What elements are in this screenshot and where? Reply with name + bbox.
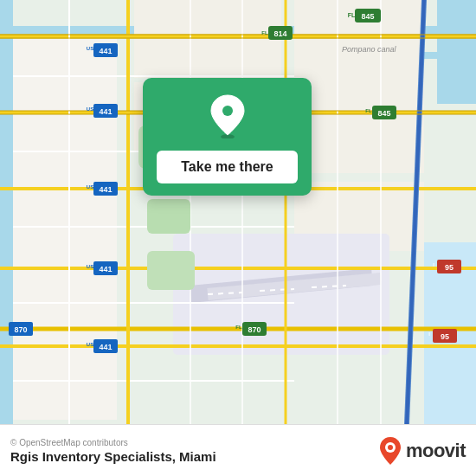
moovit-brand-text: moovit: [406, 440, 466, 462]
svg-text:870: 870: [14, 325, 27, 334]
svg-text:FL: FL: [348, 12, 356, 18]
svg-text:FL: FL: [261, 30, 268, 35]
svg-text:441: 441: [99, 185, 112, 194]
svg-text:845: 845: [377, 109, 390, 118]
svg-point-95: [388, 445, 393, 450]
svg-text:870: 870: [248, 325, 261, 334]
location-name-label: Rgis Inventory Specialists, Miami: [10, 449, 216, 464]
bottom-bar: © OpenStreetMap contributors Rgis Invent…: [0, 424, 476, 476]
svg-rect-20: [294, 0, 424, 173]
svg-rect-2: [0, 0, 13, 424]
svg-text:814: 814: [273, 29, 286, 38]
moovit-pin-icon: [378, 436, 402, 466]
svg-rect-91: [147, 251, 195, 290]
svg-rect-17: [13, 39, 117, 420]
osm-attribution: © OpenStreetMap contributors: [10, 438, 216, 447]
svg-text:845: 845: [361, 12, 374, 21]
svg-point-93: [222, 106, 233, 116]
svg-text:441: 441: [99, 265, 112, 273]
svg-rect-18: [134, 0, 281, 78]
map-pin-icon: [209, 93, 247, 142]
svg-text:441: 441: [99, 47, 112, 55]
svg-text:95: 95: [441, 332, 449, 341]
svg-text:95: 95: [445, 263, 453, 272]
svg-text:US: US: [87, 46, 93, 51]
moovit-logo: moovit: [378, 436, 466, 466]
map-area: 845 FL 441 US 441 US 441 US 441 US 441 U…: [0, 0, 476, 424]
svg-text:US: US: [87, 264, 93, 269]
svg-text:FL: FL: [235, 325, 242, 330]
svg-text:Pompano canal: Pompano canal: [342, 45, 397, 54]
svg-text:US: US: [87, 342, 93, 347]
svg-text:441: 441: [99, 107, 112, 116]
svg-rect-90: [147, 199, 190, 234]
svg-text:FL: FL: [365, 108, 372, 113]
bottom-left-info: © OpenStreetMap contributors Rgis Invent…: [10, 438, 216, 464]
svg-rect-15: [424, 52, 476, 59]
svg-text:US: US: [87, 184, 93, 190]
take-me-there-button[interactable]: Take me there: [157, 151, 298, 183]
svg-text:US: US: [87, 106, 93, 112]
location-card: Take me there: [143, 78, 312, 196]
svg-text:441: 441: [99, 343, 112, 351]
